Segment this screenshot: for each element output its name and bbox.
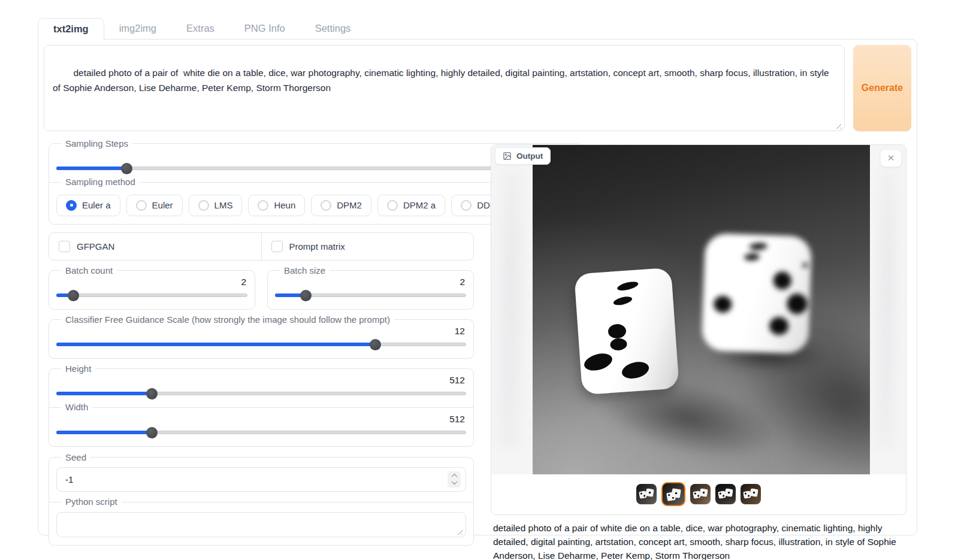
slider-track[interactable] [56, 293, 247, 297]
prompt-matrix-label: Prompt matrix [289, 241, 345, 252]
gallery-right-strip [870, 145, 906, 474]
close-button[interactable]: ✕ [880, 149, 902, 167]
mini-die [699, 488, 708, 497]
batch-count-group: Batch count 2 [49, 265, 255, 310]
prompt-matrix-checkbox-row[interactable]: Prompt matrix [261, 233, 474, 260]
die-dot [744, 253, 760, 261]
thumbnail-1[interactable] [636, 484, 657, 504]
prompt-input[interactable]: detailed photo of a pair of white die on… [44, 45, 845, 131]
radio-icon [387, 200, 398, 211]
slider-fill [56, 392, 152, 395]
gfpgan-checkbox[interactable] [59, 241, 70, 252]
result-text-block: detailed photo of a pair of white die on… [491, 515, 906, 560]
die-dot [610, 338, 627, 351]
sampler-option-dpm2[interactable]: DPM2 [311, 195, 371, 216]
sampler-label: DPM2 a [403, 200, 436, 210]
slider-thumb[interactable] [146, 427, 158, 438]
sampler-label: Euler a [82, 200, 111, 210]
seed-group: Seed -1 Python script [49, 452, 474, 546]
main-container: detailed photo of a pair of white die on… [38, 39, 917, 535]
batch-count-value: 2 [56, 277, 247, 289]
generated-image[interactable] [533, 145, 870, 474]
slider-thumb[interactable] [121, 163, 132, 174]
image-icon [503, 152, 512, 161]
slider-thumb[interactable] [68, 290, 79, 301]
thumbnail-3[interactable] [690, 484, 711, 504]
batch-size-slider[interactable] [275, 290, 466, 301]
python-script-divider: Python script [49, 502, 473, 503]
slider-thumb[interactable] [370, 339, 381, 350]
die-dot [714, 296, 732, 313]
die-dot [773, 271, 791, 290]
die-dot [608, 323, 627, 339]
slider-thumb[interactable] [300, 290, 312, 301]
seed-input[interactable]: -1 [56, 467, 466, 492]
batch-size-group: Batch size 2 [267, 265, 474, 310]
thumbnail-4[interactable] [715, 484, 736, 504]
die-left [574, 268, 679, 395]
cfg-scale-slider[interactable] [56, 339, 466, 350]
height-label: Height [61, 364, 95, 374]
sampler-label: Heun [274, 200, 295, 210]
sampler-option-euler[interactable]: Euler [126, 195, 183, 216]
width-label: Width [61, 401, 92, 413]
sampler-option-dpm2-a[interactable]: DPM2 a [377, 195, 445, 216]
slider-thumb[interactable] [146, 388, 158, 399]
sampler-option-euler-a[interactable]: Euler a [56, 195, 120, 216]
batch-row: Batch count 2 Batch size 2 [49, 265, 474, 310]
radio-icon [461, 200, 472, 211]
app-root: txt2img img2img Extras PNG Info Settings… [38, 18, 917, 535]
thumbnail-2-selected[interactable] [661, 482, 685, 506]
sampler-option-lms[interactable]: LMS [189, 195, 243, 216]
output-label-chip: Output [495, 147, 551, 165]
mini-die [671, 488, 681, 498]
output-column: Output ✕ [491, 144, 906, 560]
tab-txt2img[interactable]: txt2img [38, 18, 104, 40]
gfpgan-label: GFPGAN [77, 241, 114, 252]
radio-icon [321, 200, 331, 211]
sampler-label: LMS [214, 200, 233, 210]
dimensions-group: Height 512 Width 512 [49, 364, 474, 447]
resize-handle-icon[interactable] [455, 528, 463, 535]
sampler-label: DPM2 [337, 200, 362, 210]
sampler-label: Euler [152, 200, 173, 210]
prompt-matrix-checkbox[interactable] [271, 241, 283, 252]
python-script-input[interactable] [56, 512, 466, 537]
slider-fill [56, 343, 375, 346]
height-slider[interactable] [56, 388, 466, 399]
prompt-text: detailed photo of a pair of white die on… [53, 68, 832, 93]
die-dot [749, 243, 767, 250]
output-gallery [491, 145, 906, 474]
die-dot [616, 280, 639, 292]
tab-img2img[interactable]: img2img [104, 18, 171, 40]
tab-png-info[interactable]: PNG Info [229, 18, 300, 40]
cfg-scale-label: Classifier Free Guidance Scale (how stro… [61, 314, 394, 325]
spinner-down-icon[interactable] [451, 479, 457, 485]
height-value: 512 [56, 375, 466, 387]
result-prompt: detailed photo of a pair of white die on… [493, 521, 904, 560]
sampling-method-label: Sampling method [61, 176, 140, 188]
width-slider[interactable] [56, 427, 466, 438]
resize-handle-icon[interactable] [834, 122, 841, 129]
batch-count-slider[interactable] [56, 290, 247, 301]
sampler-option-heun[interactable]: Heun [248, 195, 305, 216]
batch-size-value: 2 [275, 277, 466, 289]
mini-die [724, 488, 733, 497]
tab-settings[interactable]: Settings [300, 18, 366, 40]
cfg-scale-group: Classifier Free Guidance Scale (how stro… [49, 314, 474, 359]
tab-extras[interactable]: Extras [171, 18, 229, 40]
mini-die [750, 488, 758, 497]
seed-spinner[interactable] [448, 471, 461, 488]
die-right [702, 233, 812, 354]
thumbnail-5[interactable] [741, 484, 761, 504]
width-divider: Width [49, 407, 473, 408]
batch-count-label: Batch count [61, 265, 117, 276]
radio-icon [198, 200, 209, 211]
close-icon: ✕ [887, 153, 895, 164]
batch-size-label: Batch size [280, 265, 330, 276]
radio-selected-icon [66, 200, 77, 211]
generate-button[interactable]: Generate [853, 45, 911, 131]
sampling-steps-label: Sampling Steps [61, 138, 132, 149]
gfpgan-checkbox-row[interactable]: GFPGAN [49, 233, 261, 260]
cfg-scale-value: 12 [56, 326, 466, 338]
